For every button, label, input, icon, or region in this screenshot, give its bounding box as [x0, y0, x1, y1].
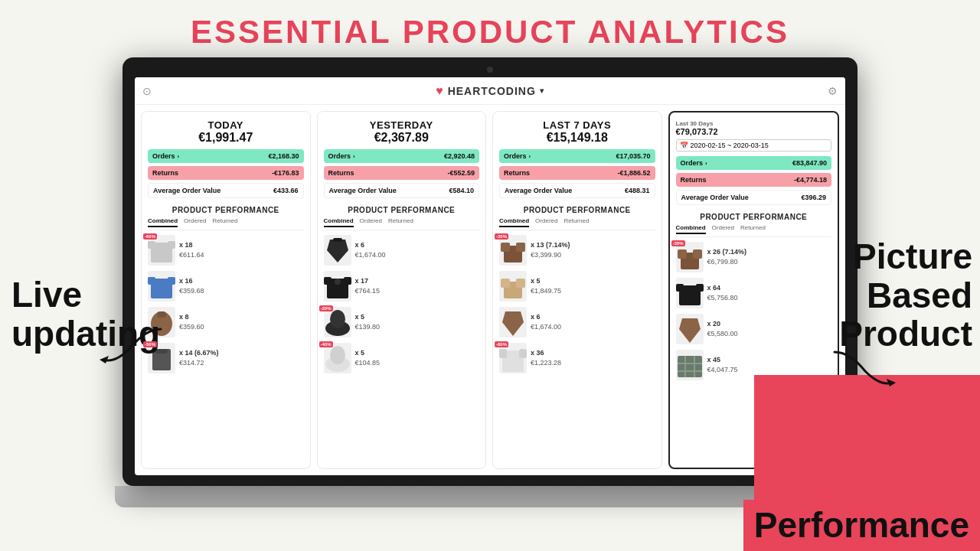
- calendar-icon: 📅: [680, 142, 688, 149]
- tab-ordered-today[interactable]: Ordered: [184, 217, 206, 227]
- last30-perf-tabs: Combined Ordered Returned: [676, 224, 832, 237]
- last30-avg-value: €396.29: [801, 194, 826, 201]
- svg-rect-4: [168, 241, 175, 249]
- svg-rect-14: [324, 277, 332, 285]
- panel-yesterday-total: €2,367.89: [324, 131, 480, 145]
- arrow-left-annotation: [100, 321, 176, 367]
- yesterday-product-2: x 17 €764.15: [324, 271, 480, 302]
- app-screen: ⊙ ♥ HEARTCODING ▾ ⚙ TODAY €1,991.47 Orde…: [135, 77, 845, 475]
- last7-orders-label: Orders ›: [504, 152, 531, 160]
- svg-point-18: [330, 310, 345, 328]
- svg-rect-32: [693, 249, 702, 259]
- product-img-p1: -30%: [676, 242, 704, 272]
- last30-returns-value: -€4,774.18: [794, 176, 827, 184]
- today-product-2: x 16 €359.68: [148, 271, 304, 302]
- last7-product-3: x 6 €1,674.00: [499, 307, 655, 337]
- product-info-l3: x 6 €1,674.00: [531, 312, 561, 331]
- product-info-y4: x 5 €104.85: [355, 348, 381, 367]
- product-info-p2: x 64 €5,756.80: [707, 283, 738, 302]
- product-info-l1: x 13 (7.14%) €3,399.90: [531, 240, 570, 259]
- product-img-y3: -20%: [324, 307, 351, 337]
- svg-rect-25: [501, 279, 510, 288]
- svg-rect-29: [519, 349, 527, 358]
- product-img-1: -60%: [148, 235, 175, 266]
- product-info-2: x 16 €359.68: [179, 276, 204, 295]
- tab-combined-last30[interactable]: Combined: [676, 224, 706, 234]
- today-returns-value: -€176.83: [272, 169, 299, 177]
- panel-last30-period-label: Last 30 Days: [676, 120, 832, 127]
- product-info-l2: x 5 €1,849.75: [531, 276, 561, 295]
- panel-yesterday: YESTERDAY €2,367.89 Orders › €2,920.48 R…: [317, 111, 487, 469]
- product-img-l3: [499, 307, 527, 337]
- svg-rect-28: [499, 349, 507, 358]
- svg-rect-22: [501, 243, 510, 252]
- badge-y3: -20%: [319, 305, 333, 311]
- laptop-wrapper: ⊙ ♥ HEARTCODING ▾ ⚙ TODAY €1,991.47 Orde…: [122, 57, 858, 532]
- home-icon[interactable]: ⊙: [142, 85, 152, 97]
- last30-orders-value: €83,847.90: [792, 159, 827, 167]
- today-returns-row: Returns -€176.83: [148, 166, 304, 180]
- tab-returned-last7[interactable]: Returned: [564, 217, 589, 227]
- panel-last30-total: €79,073.72: [676, 127, 832, 136]
- panel-last7-title: LAST 7 DAYS: [499, 119, 655, 131]
- orders-arrow-icon: ›: [178, 153, 180, 160]
- last30-returns-row: Returns -€4,774.18: [676, 173, 832, 187]
- svg-rect-7: [168, 277, 175, 285]
- last7-returns-label: Returns: [504, 169, 530, 177]
- settings-icon[interactable]: ⚙: [828, 85, 838, 97]
- tab-returned-today[interactable]: Returned: [212, 217, 237, 227]
- tab-combined-today[interactable]: Combined: [148, 217, 178, 227]
- product-info-p1: x 26 (7.14%) €6,799.80: [707, 247, 747, 266]
- tab-ordered-last30[interactable]: Ordered: [712, 224, 734, 234]
- last30-orders-label: Orders ›: [681, 159, 707, 167]
- today-orders-label: Orders ›: [152, 152, 179, 160]
- tab-ordered-yesterday[interactable]: Ordered: [360, 217, 382, 227]
- today-avg-label: Average Order Value: [153, 187, 220, 194]
- last7-product-4: -60% x 36 €1,223.28: [499, 343, 655, 373]
- yesterday-orders-value: €2,920.48: [444, 152, 475, 160]
- last7-avg-row: Average Order Value €488.31: [499, 183, 655, 198]
- panel-yesterday-title: YESTERDAY: [324, 119, 480, 131]
- product-info-3: x 8 €359.60: [179, 312, 204, 331]
- arrow-right-annotation: [819, 344, 896, 390]
- svg-point-16: [335, 279, 341, 285]
- tab-returned-last30[interactable]: Returned: [740, 224, 766, 234]
- last30-returns-label: Returns: [681, 176, 707, 184]
- tab-combined-yesterday[interactable]: Combined: [324, 217, 354, 227]
- side-text-right-top: Picture Based Product: [839, 237, 972, 354]
- page-title: ESSENTIAL PRODUCT ANALYTICS: [0, 0, 980, 51]
- product-info-y1: x 6 €1,674.00: [355, 240, 386, 259]
- last30-perf-title: PRODUCT PERFORMANCE: [676, 213, 832, 221]
- last7-returns-value: -€1,886.52: [617, 169, 650, 177]
- product-img-p3: [676, 314, 704, 344]
- date-range-input[interactable]: 📅 2020-02-15 ~ 2020-03-15: [676, 139, 832, 152]
- today-avg-value: €433.66: [273, 187, 299, 194]
- tab-returned-yesterday[interactable]: Returned: [388, 217, 413, 227]
- last30-product-3: x 20 €5,580.00: [676, 314, 832, 344]
- product-img-p4: [676, 350, 704, 380]
- orders-arrow-icon-2: ›: [353, 153, 355, 160]
- last30-product-1: -30% x 26 (7.14%) €6,799.80: [676, 242, 832, 272]
- yesterday-orders-row: Orders › €2,920.48: [324, 149, 480, 163]
- panel-today-total: €1,991.47: [148, 131, 304, 145]
- today-perf-tabs: Combined Ordered Returned: [148, 217, 304, 230]
- orders-arrow-icon-3: ›: [529, 153, 531, 160]
- yesterday-product-4: -40% x 5 €104.85: [324, 343, 480, 373]
- yesterday-avg-value: €584.10: [449, 187, 474, 194]
- orders-arrow-icon-4: ›: [705, 160, 707, 167]
- tab-combined-last7[interactable]: Combined: [499, 217, 529, 227]
- product-img-p2: [676, 278, 704, 308]
- laptop-camera: [487, 67, 493, 73]
- last30-avg-row: Average Order Value €396.29: [676, 190, 832, 205]
- panel-last7-total: €15,149.18: [499, 131, 655, 145]
- last7-perf-tabs: Combined Ordered Returned: [499, 217, 655, 230]
- badge-1: -60%: [143, 233, 157, 240]
- side-text-right-bottom: Performance: [743, 500, 980, 551]
- yesterday-returns-value: -€552.59: [447, 169, 475, 177]
- today-returns-label: Returns: [152, 169, 178, 177]
- tab-ordered-last7[interactable]: Ordered: [535, 217, 557, 227]
- dropdown-icon[interactable]: ▾: [540, 86, 544, 95]
- svg-rect-35: [696, 284, 704, 292]
- svg-rect-36: [678, 356, 702, 377]
- product-info-p4: x 45 €4,047.75: [707, 355, 738, 374]
